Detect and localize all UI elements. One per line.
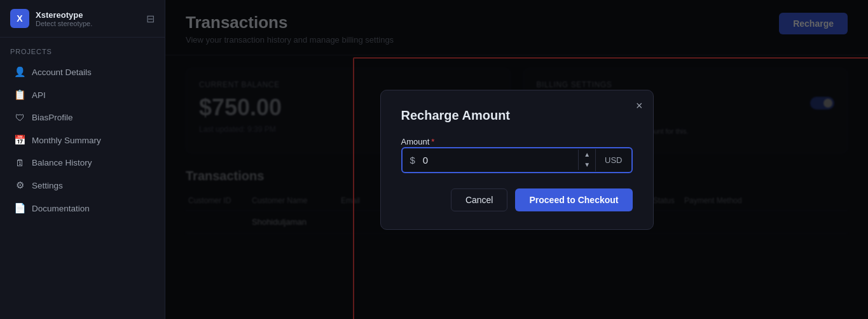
api-icon: 📋 (14, 89, 25, 101)
sidebar-item-label: BiasProfile (32, 113, 73, 122)
sidebar: X Xstereotype Detect stereotype. ⊟ Proje… (0, 0, 165, 319)
spinner-down-button[interactable]: ▼ (579, 160, 595, 170)
modal-close-button[interactable]: × (636, 99, 643, 113)
account-details-icon: 👤 (14, 66, 25, 78)
sidebar-item-label: API (32, 90, 46, 100)
sidebar-item-label: Monthly Summary (32, 136, 101, 145)
amount-label: Amount* (401, 137, 435, 146)
sidebar-item-label: Documentation (32, 204, 90, 213)
spinner-buttons: ▲ ▼ (578, 150, 595, 170)
sidebar-item-label: Balance History (32, 158, 92, 167)
recharge-modal: × Recharge Amount Amount* $ ▲ ▼ USD Canc… (380, 90, 654, 230)
sidebar-brand: X Xstereotype Detect stereotype. (10, 9, 92, 28)
cancel-button[interactable]: Cancel (451, 188, 508, 211)
spinner-up-button[interactable]: ▲ (579, 150, 595, 160)
sidebar-item-bias-profile[interactable]: 🛡 BiasProfile (4, 106, 161, 129)
brand-icon: X (10, 9, 29, 28)
sidebar-item-label: Settings (32, 181, 63, 190)
sidebar-item-label: Account Details (32, 67, 92, 77)
settings-icon: ⚙ (14, 180, 25, 191)
sidebar-item-monthly-summary[interactable]: 📅 Monthly Summary (4, 129, 161, 152)
bias-profile-icon: 🛡 (14, 112, 25, 123)
sidebar-header: X Xstereotype Detect stereotype. ⊟ (0, 0, 165, 38)
brand-subtitle: Detect stereotype. (36, 20, 92, 27)
currency-prefix: $ (403, 148, 423, 172)
sidebar-item-settings[interactable]: ⚙ Settings (4, 174, 161, 197)
sidebar-item-account-details[interactable]: 👤 Account Details (4, 60, 161, 83)
amount-input[interactable] (423, 148, 578, 172)
proceed-to-checkout-button[interactable]: Proceed to Checkout (515, 188, 632, 211)
sidebar-item-api[interactable]: 📋 API (4, 83, 161, 106)
balance-history-icon: 🗓 (14, 157, 25, 168)
brand-text: Xstereotype Detect stereotype. (36, 10, 92, 27)
projects-section-label: Projects (0, 38, 165, 60)
modal-overlay: × Recharge Amount Amount* $ ▲ ▼ USD Canc… (165, 0, 868, 319)
documentation-icon: 📄 (14, 202, 25, 214)
amount-input-row: $ ▲ ▼ USD (401, 147, 633, 173)
required-marker: * (431, 137, 434, 146)
currency-suffix: USD (595, 149, 631, 171)
sidebar-item-documentation[interactable]: 📄 Documentation (4, 197, 161, 220)
modal-actions: Cancel Proceed to Checkout (401, 188, 633, 211)
monthly-summary-icon: 📅 (14, 134, 25, 146)
brand-name: Xstereotype (36, 10, 92, 20)
modal-title: Recharge Amount (401, 108, 633, 123)
main-content: Transactions View your transaction histo… (165, 0, 868, 319)
sidebar-item-balance-history[interactable]: 🗓 Balance History (4, 152, 161, 174)
sidebar-toggle-icon[interactable]: ⊟ (146, 13, 155, 25)
